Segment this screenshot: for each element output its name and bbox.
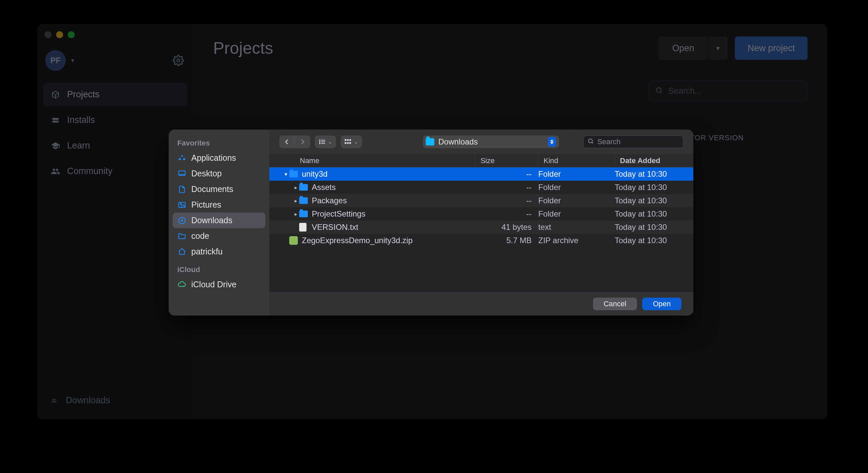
- sidebar-item-downloads[interactable]: Downloads: [173, 213, 265, 228]
- file-date: Today at 10:30: [615, 169, 693, 179]
- file-list[interactable]: ▾unity3d--FolderToday at 10:30▸Assets--F…: [269, 168, 693, 292]
- nav-community[interactable]: Community: [43, 159, 187, 183]
- hub-actions: Open ▾ New project: [658, 36, 808, 60]
- col-size[interactable]: Size: [475, 154, 538, 167]
- file-name: VERSION.txt: [311, 223, 475, 232]
- svg-rect-12: [345, 139, 346, 141]
- disclosure-down-icon[interactable]: ▾: [285, 171, 287, 177]
- grad-cap-icon: [51, 141, 60, 151]
- favorites-heading: Favorites: [173, 136, 265, 150]
- hub-nav: Projects Installs Learn Community: [43, 83, 187, 183]
- svg-point-1: [656, 88, 661, 92]
- nav-projects[interactable]: Projects: [43, 83, 187, 106]
- folder-icon: [426, 138, 434, 146]
- file-name: Packages: [311, 196, 475, 205]
- window-traffic-lights: [43, 29, 187, 48]
- svg-point-10: [319, 143, 320, 144]
- updown-icon: [548, 137, 556, 147]
- sidebar-item-icloud-drive[interactable]: iCloud Drive: [173, 277, 265, 292]
- pic-icon: [177, 200, 187, 210]
- file-icon: [299, 223, 307, 232]
- sidebar-item-label: Documents: [191, 184, 233, 194]
- profile-menu[interactable]: PF ▾: [45, 50, 74, 71]
- finder-search-input[interactable]: [597, 138, 689, 146]
- disclosure-right-icon[interactable]: ▸: [294, 198, 297, 204]
- file-row[interactable]: ▾unity3d--FolderToday at 10:30: [269, 168, 693, 181]
- cancel-button[interactable]: Cancel: [593, 298, 637, 310]
- people-icon: [51, 167, 60, 176]
- traffic-maximize[interactable]: [68, 31, 75, 38]
- svg-rect-13: [347, 139, 349, 141]
- traffic-minimize[interactable]: [56, 31, 63, 38]
- profile-row: PF ▾: [43, 48, 187, 81]
- col-date[interactable]: Date Added: [615, 154, 693, 167]
- file-row[interactable]: ▸Assets--FolderToday at 10:30: [269, 181, 693, 194]
- sidebar-item-label: Applications: [191, 153, 236, 163]
- col-name[interactable]: Name: [269, 154, 475, 167]
- hub-search-input[interactable]: [669, 86, 801, 96]
- open-button[interactable]: Open: [642, 298, 681, 310]
- svg-point-0: [177, 59, 180, 62]
- file-row[interactable]: VERSION.txt41 bytestextToday at 10:30: [269, 220, 693, 234]
- avatar: PF: [45, 50, 66, 71]
- hub-search[interactable]: [648, 80, 808, 101]
- open-button[interactable]: Open: [658, 36, 708, 60]
- view-grid-pill[interactable]: ⌄: [341, 136, 362, 148]
- desktop-icon: [177, 169, 187, 178]
- folder-icon: [177, 232, 187, 241]
- location-dropdown[interactable]: Downloads: [423, 136, 559, 148]
- drive-icon: [51, 115, 60, 125]
- file-kind: Folder: [538, 209, 615, 218]
- sidebar-item-label: iCloud Drive: [191, 280, 237, 289]
- file-date: Today at 10:30: [615, 223, 693, 232]
- cube-icon: [51, 90, 60, 100]
- nav-label: Projects: [67, 89, 100, 100]
- icloud-heading: iCloud: [173, 263, 265, 277]
- open-dropdown-button[interactable]: ▾: [708, 36, 727, 60]
- svg-point-8: [319, 141, 320, 143]
- file-date: Today at 10:30: [615, 209, 693, 218]
- sidebar-item-documents[interactable]: Documents: [173, 181, 265, 197]
- gear-icon[interactable]: [173, 55, 184, 66]
- search-icon: [655, 86, 663, 96]
- nav-installs[interactable]: Installs: [43, 108, 187, 132]
- folder-icon: [299, 211, 308, 217]
- nav-label: Community: [67, 166, 113, 176]
- sidebar-item-code[interactable]: code: [173, 228, 265, 244]
- disclosure-right-icon[interactable]: ▸: [294, 184, 297, 191]
- svg-rect-11: [321, 143, 325, 144]
- sidebar-item-patrickfu[interactable]: patrickfu: [173, 244, 265, 259]
- nav-learn[interactable]: Learn: [43, 134, 187, 157]
- file-row[interactable]: ZegoExpressDemo_unity3d.zip5.7 MBZIP arc…: [269, 234, 693, 247]
- svg-rect-15: [345, 142, 346, 144]
- back-button[interactable]: [279, 136, 294, 148]
- file-kind: Folder: [538, 169, 615, 179]
- sidebar-item-applications[interactable]: Applications: [173, 150, 265, 166]
- folder-icon: [289, 171, 298, 177]
- col-kind[interactable]: Kind: [538, 154, 615, 167]
- svg-rect-14: [349, 139, 351, 141]
- file-date: Today at 10:30: [615, 196, 693, 205]
- new-project-button[interactable]: New project: [735, 36, 808, 60]
- file-row[interactable]: ▸ProjectSettings--FolderToday at 10:30: [269, 207, 693, 220]
- hub-downloads-footer[interactable]: Downloads: [43, 390, 187, 411]
- disclosure-right-icon[interactable]: ▸: [294, 211, 297, 217]
- forward-button[interactable]: [295, 136, 310, 148]
- hub-header: Projects Open ▾ New project: [213, 36, 808, 60]
- nav-pill: [279, 136, 310, 148]
- nav-label: Installs: [67, 115, 95, 125]
- file-size: 5.7 MB: [475, 236, 538, 245]
- view-list-pill[interactable]: ⌄: [315, 136, 336, 148]
- file-kind: Folder: [538, 196, 615, 205]
- finder-footer: Cancel Open: [269, 292, 693, 316]
- file-size: --: [475, 183, 538, 192]
- sidebar-item-pictures[interactable]: Pictures: [173, 197, 265, 213]
- finder-search[interactable]: [583, 136, 683, 148]
- apps-icon: [177, 153, 187, 163]
- sidebar-item-desktop[interactable]: Desktop: [173, 166, 265, 181]
- traffic-close[interactable]: [44, 31, 52, 38]
- file-row[interactable]: ▸Packages--FolderToday at 10:30: [269, 194, 693, 207]
- file-kind: text: [538, 223, 615, 232]
- file-name: Assets: [311, 183, 475, 192]
- file-size: --: [475, 209, 538, 218]
